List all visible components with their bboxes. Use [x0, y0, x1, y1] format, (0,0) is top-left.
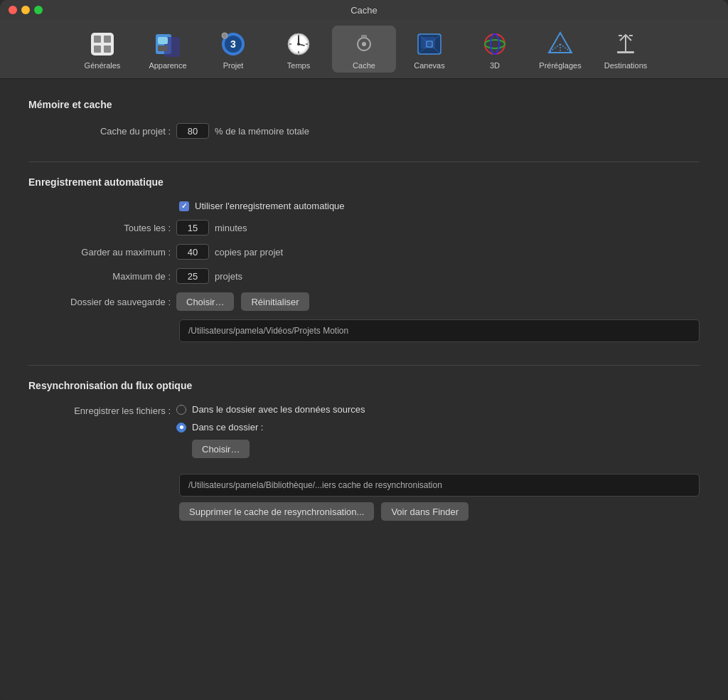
cache-project-label: Cache du projet : [28, 126, 171, 137]
radio-row-2: Dans ce dossier : [176, 422, 365, 433]
canevas-icon [415, 30, 444, 58]
svg-rect-2 [104, 36, 111, 43]
svg-point-31 [485, 34, 505, 54]
prereglages-label: Préréglages [539, 61, 581, 70]
svg-point-32 [485, 40, 505, 48]
section-resync: Resynchronisation du flux optique Enregi… [28, 380, 700, 521]
dossier-label: Dossier de sauvegarde : [28, 297, 171, 307]
prereglages-icon [546, 30, 574, 58]
radio-source[interactable] [176, 405, 186, 415]
maximum-unit: projets [215, 271, 242, 282]
projet-label: Projet [223, 61, 244, 70]
svg-point-17 [297, 43, 300, 46]
window: Cache Générales [0, 0, 728, 700]
reinitialiser-button[interactable]: Réinitialiser [241, 292, 309, 311]
choisir-button-1[interactable]: Choisir… [176, 292, 234, 311]
enregistrer-row: Enregistrer les fichiers : Dans le dossi… [28, 404, 700, 465]
3d-icon [481, 30, 509, 58]
apparence-icon [154, 30, 182, 58]
maximum-row: Maximum de : projets [28, 268, 700, 284]
resync-path-row: /Utilisateurs/pamela/Bibliothèque/...ier… [28, 474, 700, 497]
enregistrer-label: Enregistrer les fichiers : [28, 404, 171, 416]
maximum-label: Maximum de : [28, 271, 171, 282]
destinations-label: Destinations [604, 61, 648, 70]
dossier-buttons: Choisir… Réinitialiser [176, 292, 309, 311]
radio-source-label: Dans le dossier avec les données sources [192, 404, 365, 415]
radio-row-1: Dans le dossier avec les données sources [176, 404, 365, 415]
radio-dossier[interactable] [176, 423, 186, 433]
window-title: Cache [350, 5, 378, 16]
canevas-label: Canevas [414, 61, 444, 70]
tab-cache[interactable]: Cache [332, 26, 396, 73]
save-path-row: /Utilisateurs/pamela/Vidéos/Projets Moti… [28, 319, 700, 342]
svg-rect-7 [158, 37, 168, 44]
garder-label: Garder au maximum : [28, 247, 171, 258]
finder-button[interactable]: Voir dans Finder [381, 502, 469, 521]
tab-canevas[interactable]: Canevas [397, 26, 461, 73]
svg-text:3: 3 [230, 38, 236, 50]
tab-apparence[interactable]: Apparence [136, 26, 200, 73]
maximize-button[interactable] [34, 6, 43, 14]
checkbox-auto-save-label: Utiliser l'enregistrement automatique [195, 201, 345, 211]
temps-label: Temps [287, 61, 310, 70]
divider-1 [28, 161, 700, 162]
svg-rect-8 [158, 46, 168, 51]
tab-temps[interactable]: Temps [267, 26, 331, 73]
tab-generales[interactable]: Générales [70, 26, 134, 73]
apparence-label: Apparence [149, 61, 186, 70]
svg-rect-4 [104, 46, 111, 53]
tab-projet[interactable]: 3 Projet [201, 26, 265, 73]
dossier-row: Dossier de sauvegarde : Choisir… Réiniti… [28, 292, 700, 311]
cache-label: Cache [353, 61, 375, 70]
tab-3d[interactable]: 3D [463, 26, 527, 73]
temps-icon [284, 30, 313, 58]
divider-2 [28, 365, 700, 366]
choisir-button-2[interactable]: Choisir… [192, 440, 250, 458]
radio-dossier-label: Dans ce dossier : [192, 422, 263, 433]
minimize-button[interactable] [21, 6, 30, 14]
close-button[interactable] [9, 6, 17, 14]
radio-group: Dans le dossier avec les données sources… [176, 404, 365, 465]
resync-action-buttons: Supprimer le cache de resynchronisation.… [179, 502, 700, 521]
cache-project-unit: % de la mémoire totale [215, 126, 309, 137]
svg-rect-38 [617, 51, 634, 53]
3d-label: 3D [490, 61, 500, 70]
svg-rect-1 [94, 36, 101, 43]
toolbar: Générales Apparence 3 [0, 20, 728, 79]
section-enregistrement-title: Enregistrement automatique [28, 176, 700, 188]
resync-path-display: /Utilisateurs/pamela/Bibliothèque/...ier… [179, 474, 700, 497]
tab-prereglages[interactable]: Préréglages [528, 26, 592, 73]
garder-unit: copies par projet [215, 247, 283, 258]
traffic-lights [9, 6, 43, 14]
section-enregistrement: Enregistrement automatique Utiliser l'en… [28, 176, 700, 342]
garder-row: Garder au maximum : copies par projet [28, 244, 700, 260]
title-bar: Cache [0, 0, 728, 20]
toutes-label: Toutes les : [28, 223, 171, 233]
tab-destinations[interactable]: Destinations [594, 26, 658, 73]
generales-label: Générales [85, 61, 121, 70]
checkbox-auto-save[interactable] [179, 201, 189, 211]
cache-icon [350, 30, 378, 58]
destinations-icon [611, 30, 640, 58]
resync-action-buttons-row: Supprimer le cache de resynchronisation.… [28, 502, 700, 521]
save-path-display: /Utilisateurs/pamela/Vidéos/Projets Moti… [179, 319, 700, 342]
generales-icon [88, 30, 117, 58]
svg-point-12 [222, 33, 228, 38]
cache-project-row: Cache du projet : % de la mémoire totale [28, 123, 700, 139]
svg-point-33 [491, 34, 499, 54]
projet-icon: 3 [219, 30, 247, 58]
toutes-unit: minutes [215, 223, 247, 233]
svg-rect-25 [361, 35, 367, 38]
section-resync-title: Resynchronisation du flux optique [28, 380, 700, 391]
section-memoire-title: Mémoire et cache [28, 99, 700, 110]
checkbox-auto-save-row: Utiliser l'enregistrement automatique [28, 201, 700, 211]
section-memoire: Mémoire et cache Cache du projet : % de … [28, 99, 700, 139]
garder-input[interactable] [176, 244, 209, 260]
maximum-input[interactable] [176, 268, 209, 284]
main-content: Mémoire et cache Cache du projet : % de … [0, 79, 728, 700]
toutes-row: Toutes les : minutes [28, 220, 700, 235]
cache-project-input[interactable] [176, 123, 209, 139]
svg-rect-3 [94, 46, 101, 53]
toutes-input[interactable] [176, 220, 209, 235]
supprimer-button[interactable]: Supprimer le cache de resynchronisation.… [179, 502, 374, 521]
